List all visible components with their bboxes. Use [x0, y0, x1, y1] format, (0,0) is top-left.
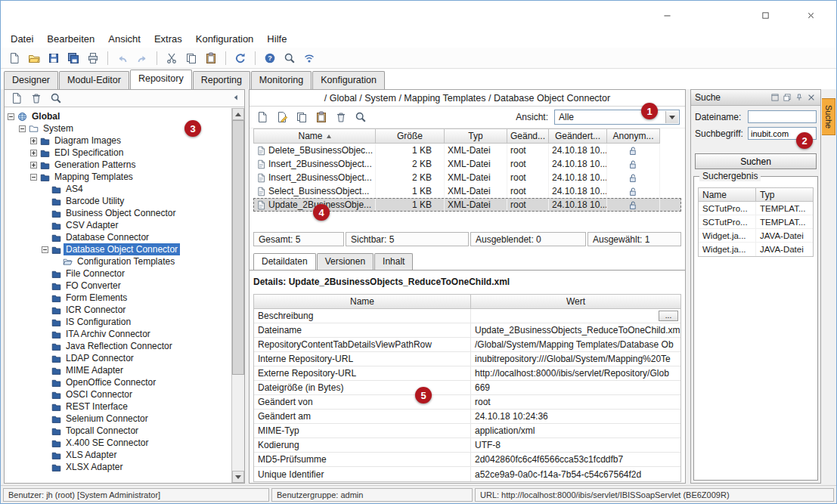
tree-item-java-reflection-connector[interactable]: Java Reflection Connector [5, 340, 231, 352]
tree-item-osci-connector[interactable]: OSCI Connector [5, 388, 231, 400]
tree-item-is-configuration[interactable]: IS Configuration [5, 316, 231, 328]
copy-button[interactable] [293, 109, 311, 125]
tab-designer[interactable]: Designer [4, 71, 58, 89]
column-header-typ[interactable]: Typ [445, 128, 507, 144]
view-dropdown[interactable]: Alle [554, 110, 680, 125]
edit-button[interactable] [273, 109, 291, 125]
maximize-button[interactable] [770, 93, 780, 103]
copy-button[interactable] [182, 50, 200, 66]
file-row-delete-5businessobjec[interactable]: Delete_5BusinessObjec...1 KBXML-Dateiroo… [253, 144, 681, 157]
collapse-panel-button[interactable] [231, 93, 242, 104]
search-button[interactable] [47, 90, 65, 107]
minimize-button[interactable] [656, 7, 678, 23]
tree-item-as4[interactable]: AS4 [5, 183, 231, 195]
tree-item-fo-converter[interactable]: FO Converter [5, 280, 231, 292]
tree-item-database-object-connector[interactable]: Database Object Connector [5, 243, 231, 255]
delete-button[interactable] [27, 90, 45, 107]
float-button[interactable] [783, 93, 792, 103]
connection-button[interactable] [300, 50, 318, 66]
toggle-minus-icon[interactable] [19, 125, 26, 132]
new-file-button[interactable] [8, 90, 26, 107]
paste-button[interactable] [202, 50, 220, 66]
new-file-button[interactable] [5, 50, 23, 66]
tree-item-edi-specification[interactable]: EDI Specification [5, 147, 231, 159]
new-file-button[interactable] [253, 109, 271, 125]
menu-extras[interactable]: Extras [147, 31, 189, 47]
tab-repository[interactable]: Repository [130, 70, 192, 89]
result-column-typ[interactable]: Typ [756, 188, 813, 202]
search-button[interactable]: Suchen [695, 153, 817, 169]
tree-item-csv-adapter[interactable]: CSV Adapter [5, 219, 231, 231]
save-all-button[interactable] [64, 50, 82, 66]
tree-item-generation-patterns[interactable]: Generation Patterns [5, 159, 231, 171]
search-panel-header[interactable]: Suche [691, 90, 820, 106]
tree-item-openoffice-connector[interactable]: OpenOffice Connector [5, 376, 231, 388]
result-row[interactable]: SCTutPro...TEMPLAT... [699, 215, 813, 229]
paste-button[interactable] [312, 109, 330, 125]
menu-ansicht[interactable]: Ansicht [101, 31, 147, 47]
maximize-button[interactable] [754, 7, 777, 23]
close-button[interactable] [799, 7, 822, 23]
file-row-insert-2businessobject[interactable]: Insert_2BusinessObject...2 KBXML-Dateiro… [253, 157, 681, 171]
tab-detaildaten[interactable]: Detaildaten [253, 253, 316, 270]
tree-item-file-connector[interactable]: File Connector [5, 267, 231, 280]
result-row[interactable]: Widget.ja...JAVA-Datei [699, 229, 813, 243]
scroll-down-button[interactable] [232, 471, 244, 483]
tab-inhalt[interactable]: Inhalt [374, 253, 413, 270]
tree-item-mapping-templates[interactable]: Mapping Templates [5, 171, 231, 183]
tree-item-ldap-connector[interactable]: LDAP Connector [5, 352, 231, 364]
result-row[interactable]: SCTutPro...TEMPLAT... [699, 202, 813, 215]
tree-item-form-elements[interactable]: Form Elements [5, 292, 231, 304]
toggle-minus-icon[interactable] [30, 174, 37, 181]
column-header-ge-nd[interactable]: Geänd... [507, 128, 549, 144]
search-button[interactable] [352, 109, 370, 125]
result-row[interactable]: Widget.ja...JAVA-Datei [699, 243, 813, 256]
toggle-plus-icon[interactable] [30, 138, 37, 144]
tab-modul-editor[interactable]: Modul-Editor [59, 71, 129, 89]
tree-item-diagram-images[interactable]: Diagram Images [5, 135, 231, 147]
scrollbar-thumb[interactable] [232, 120, 244, 375]
tab-versionen[interactable]: Versionen [317, 253, 374, 270]
tree-item-topcall-connector[interactable]: Topcall Connector [5, 425, 231, 437]
tree-item-configuration-templates[interactable]: Configuration Templates [5, 255, 231, 267]
menu-datei[interactable]: Datei [4, 31, 40, 47]
column-header-anonym[interactable]: Anonym... [607, 128, 660, 144]
dropdown-button[interactable] [665, 111, 678, 123]
close-button[interactable] [807, 93, 817, 103]
cut-button[interactable] [163, 50, 181, 66]
delete-button[interactable] [332, 109, 350, 125]
help-button[interactable] [261, 50, 279, 66]
column-header-ge-ndert[interactable]: Geändert... [549, 128, 607, 144]
tree-item-barcode-utility[interactable]: Barcode Utility [5, 195, 231, 207]
tree-item-global[interactable]: Global [5, 110, 231, 122]
tree-item-xls-adapter[interactable]: XLS Adapter [5, 449, 231, 461]
search-button[interactable] [281, 50, 299, 66]
toggle-minus-icon[interactable] [8, 113, 14, 120]
titlebar[interactable] [1, 1, 836, 29]
save-button[interactable] [45, 50, 63, 66]
tree-item-ita-archiv-connector[interactable]: ITA Archiv Connector [5, 328, 231, 340]
breadcrumb-path[interactable]: / Global / System / Mapping Templates / … [324, 93, 610, 104]
undo-button[interactable] [113, 50, 132, 66]
tree-item-mime-adapter[interactable]: MIME Adapter [5, 364, 231, 376]
tree-item-icr-connector[interactable]: ICR Connector [5, 304, 231, 316]
tab-konfiguration[interactable]: Konfiguration [312, 71, 385, 89]
result-column-name[interactable]: Name [699, 188, 756, 202]
tree-item-database-connector[interactable]: Database Connector [5, 231, 231, 243]
tree-item-selenium-connector[interactable]: Selenium Connector [5, 413, 231, 425]
toggle-plus-icon[interactable] [30, 150, 37, 156]
tree-item-xlsx-adapter[interactable]: XLSX Adapter [5, 461, 231, 473]
menu-hilfe[interactable]: Hilfe [260, 31, 293, 47]
toggle-plus-icon[interactable] [30, 162, 37, 169]
tree-item-rest-interface[interactable]: REST Interface [5, 400, 231, 413]
open-button[interactable] [25, 50, 43, 66]
tree-item-business-object-connector[interactable]: Business Object Connector [5, 207, 231, 219]
redo-button[interactable] [133, 50, 151, 66]
tree-item-x-400-se-connector[interactable]: X.400 SE Connector [5, 437, 231, 449]
refresh-button[interactable] [231, 50, 250, 66]
file-row-insert-2businessobject[interactable]: Insert_2BusinessObject...2 KBXML-Dateiro… [253, 171, 681, 184]
file-row-select-businessobject[interactable]: Select_BusinessObject...1 KBXML-Dateiroo… [253, 184, 681, 198]
search-side-tab[interactable]: Suche [822, 98, 835, 135]
print-button[interactable] [84, 50, 102, 66]
description-edit-button[interactable]: ... [659, 311, 678, 321]
